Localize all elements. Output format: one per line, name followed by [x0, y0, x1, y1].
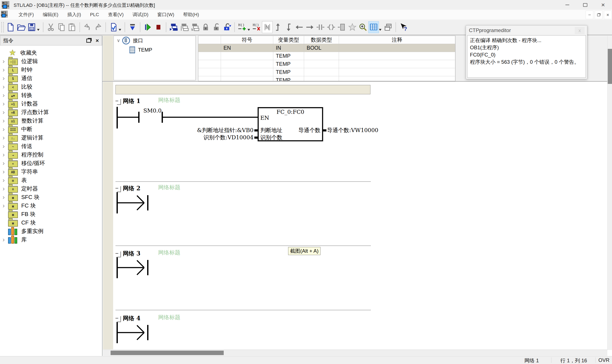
network3-collapse-icon[interactable]: −	[116, 251, 123, 258]
maximize-button[interactable]	[576, 0, 594, 10]
lock-button[interactable]	[200, 21, 211, 33]
float-panel-icon[interactable]	[86, 39, 91, 43]
output-operand[interactable]: 导通个数:VW10000	[327, 127, 378, 133]
zoom-button[interactable]	[358, 21, 368, 33]
horizontal-scrollbar[interactable]	[103, 350, 607, 356]
stop-button[interactable]	[153, 21, 164, 33]
mdi-minimize-button[interactable]	[586, 11, 593, 19]
sidebar-item-10[interactable]: ›III中断	[0, 125, 102, 133]
move-left-button[interactable]	[294, 21, 305, 33]
chevron-right-icon[interactable]: ›	[0, 151, 8, 158]
block-output-pin[interactable]: 导通个数	[258, 127, 320, 133]
sidebar-item-12[interactable]: ›~传送	[0, 142, 102, 150]
sidebar-item-16[interactable]: ›⊞表	[0, 176, 102, 184]
var-cell-symbol[interactable]	[221, 52, 273, 60]
sidebar-item-17[interactable]: ›∩定时器	[0, 184, 102, 193]
var-cell-data_type[interactable]	[304, 68, 339, 76]
insert-box-button[interactable]	[336, 21, 347, 33]
chevron-right-icon[interactable]: ›	[0, 236, 8, 243]
var-cell-comment[interactable]	[339, 68, 455, 76]
sidebar-item-13[interactable]: ›→程序控制	[0, 150, 102, 159]
row-header-cell[interactable]	[198, 76, 221, 81]
chevron-right-icon[interactable]: ›	[0, 101, 8, 107]
header-cell-datatype[interactable]: 数据类型	[304, 36, 339, 44]
chevron-right-icon[interactable]: ›	[0, 75, 8, 81]
sidebar-item-11[interactable]: ›:.逻辑计算	[0, 133, 102, 142]
chevron-right-icon[interactable]: ›	[0, 169, 8, 175]
insert-contact-button[interactable]	[315, 21, 326, 33]
chevron-down-icon[interactable]: ∨	[114, 38, 122, 43]
sidebar-item-22[interactable]: 多重实例	[0, 227, 102, 235]
chevron-right-icon[interactable]: ›	[0, 83, 8, 90]
context-help-button[interactable]: ?	[398, 21, 409, 33]
chevron-right-icon[interactable]: ›	[0, 117, 8, 124]
sidebar-item-1[interactable]: ★收藏夹	[0, 48, 102, 57]
var-cell-var_type[interactable]: TEMP	[273, 76, 304, 81]
block-title[interactable]: FC_0:FC0	[258, 109, 323, 115]
undo-button[interactable]	[82, 21, 93, 33]
download-to-plc-button[interactable]	[127, 21, 138, 33]
save-dropdown-icon[interactable]	[37, 29, 40, 31]
delete-network-button[interactable]: H()	[251, 21, 262, 33]
insert-network-button[interactable]: H()	[237, 21, 248, 33]
popup-close-icon[interactable]: x	[575, 27, 584, 34]
chevron-right-icon[interactable]: ›	[0, 177, 8, 183]
unlock-button[interactable]	[211, 21, 222, 33]
network1-collapse-icon[interactable]: −	[116, 99, 123, 105]
var-cell-var_type[interactable]: TEMP	[273, 60, 304, 68]
chevron-right-icon[interactable]: ›	[0, 126, 8, 132]
cascade-windows-button[interactable]	[383, 21, 393, 33]
compile-dropdown-icon[interactable]	[119, 29, 121, 31]
block-en-pin[interactable]: EN	[260, 115, 269, 121]
system-blocks-button[interactable]	[190, 21, 200, 33]
sidebar-item-6[interactable]: ›▲▼转换	[0, 91, 102, 99]
chevron-right-icon[interactable]: ›	[0, 66, 8, 73]
redo-button[interactable]	[93, 21, 103, 33]
menu-window[interactable]: 窗口(W)	[153, 12, 179, 18]
chevron-right-icon[interactable]: ›	[0, 92, 8, 98]
sidebar-item-14[interactable]: ›«移位/循环	[0, 159, 102, 167]
sidebar-item-3[interactable]: ›L时钟	[0, 65, 102, 74]
sidebar-item-15[interactable]: ›AB字符串	[0, 167, 102, 176]
sidebar-item-21[interactable]: ▣CF 块	[0, 218, 102, 227]
network2-label[interactable]: 网络 2	[123, 184, 140, 192]
move-right-button[interactable]	[305, 21, 315, 33]
block-input2-pin[interactable]: 识别个数	[260, 134, 282, 141]
new-file-button[interactable]	[5, 21, 16, 33]
chevron-right-icon[interactable]: ›	[0, 134, 8, 141]
minimize-button[interactable]	[558, 0, 576, 10]
chevron-right-icon[interactable]: ›	[0, 202, 8, 209]
chevron-right-icon[interactable]: ›	[0, 58, 8, 64]
network2-title[interactable]: 网络标题	[158, 184, 180, 191]
input1-operand[interactable]: &判断地址指针:&VB0	[152, 127, 253, 133]
sidebar-item-4[interactable]: ›S通信	[0, 74, 102, 82]
save-button[interactable]	[26, 21, 37, 33]
var-cell-comment[interactable]	[339, 76, 455, 81]
header-cell-vartype[interactable]: 变量类型	[273, 36, 304, 44]
sidebar-item-9[interactable]: ›±1整数计算	[0, 116, 102, 125]
vertical-scrollbar[interactable]	[607, 36, 612, 350]
menu-edit[interactable]: 编辑(E)	[38, 12, 63, 18]
var-cell-data_type[interactable]	[304, 52, 339, 60]
interface-temp-row[interactable]: TEMP	[114, 45, 195, 55]
var-table-row[interactable]: ENINBOOL	[198, 44, 455, 52]
contact-operand[interactable]: SM0.0	[143, 107, 162, 114]
toolbar-grip[interactable]	[1, 22, 4, 32]
compile-button[interactable]	[108, 21, 119, 33]
chevron-right-icon[interactable]: ›	[0, 185, 8, 192]
program-blocks-button[interactable]	[168, 21, 179, 33]
var-table-row[interactable]: TEMP	[198, 60, 455, 68]
cut-button[interactable]	[45, 21, 56, 33]
sidebar-item-5[interactable]: ›<比较	[0, 82, 102, 91]
chevron-right-icon[interactable]: ›	[0, 143, 8, 149]
menu-file[interactable]: 文件(F)	[14, 12, 38, 18]
chevron-right-icon[interactable]: ›	[0, 194, 8, 200]
header-cell-symbol[interactable]: 符号	[221, 36, 273, 44]
table-view-button[interactable]	[368, 21, 379, 33]
sidebar-item-19[interactable]: ›▣FC 块	[0, 201, 102, 210]
network1-title[interactable]: 网络标题	[158, 96, 180, 104]
network3-title[interactable]: 网络标题	[158, 249, 180, 256]
sidebar-item-8[interactable]: ›+R浮点数计算	[0, 108, 102, 116]
menu-insert[interactable]: 插入(I)	[63, 12, 85, 18]
toggle-negate-button[interactable]	[262, 21, 273, 33]
